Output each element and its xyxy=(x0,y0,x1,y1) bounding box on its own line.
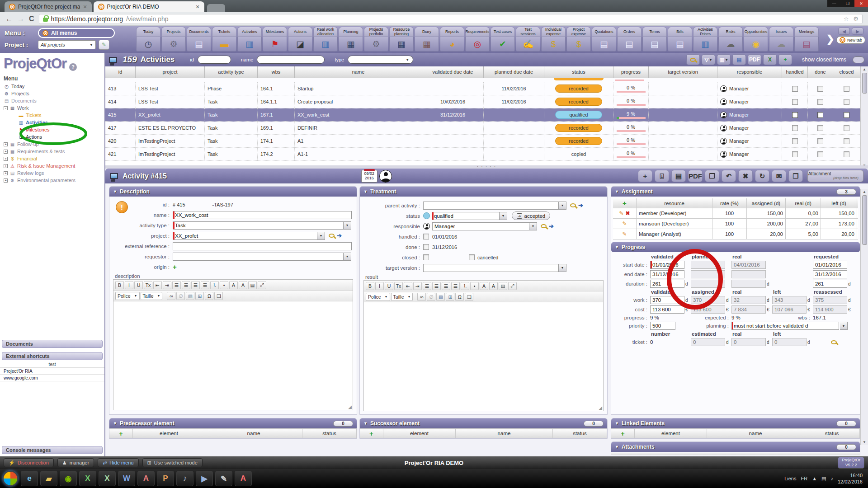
done-checkbox[interactable] xyxy=(423,244,429,250)
col-done[interactable]: done xyxy=(808,66,833,78)
sidebar-item-review-logs[interactable]: + ▤ Review logs xyxy=(0,169,104,177)
pdf-button[interactable]: PDF xyxy=(748,54,761,65)
assignment-row[interactable]: ✎ mansouri (Developer) 100 200,00 27,00 … xyxy=(613,219,858,229)
chevron-down-icon[interactable]: ▼ xyxy=(559,264,566,272)
toolbar-tab-today[interactable]: Today ◷ xyxy=(136,27,161,52)
done-checkbox[interactable] xyxy=(817,138,823,144)
toolbar-tab-individual-expense[interactable]: Individual expense $ xyxy=(541,27,566,52)
search-button[interactable] xyxy=(686,54,700,65)
cost-validated[interactable]: 113 600 xyxy=(650,305,684,314)
print-button[interactable]: ▤ xyxy=(732,54,746,65)
shortcut-google[interactable]: www.google.com xyxy=(0,375,104,381)
table-button[interactable]: ⊞ xyxy=(195,292,204,300)
tray-expand-icon[interactable]: ▲ xyxy=(812,476,817,481)
sidebar-shortcuts-header[interactable]: External shortcuts xyxy=(2,352,103,360)
taskbar-media[interactable]: ▶ xyxy=(196,471,213,486)
taskbar-excel[interactable]: X xyxy=(79,471,96,486)
undo-button[interactable]: ↶ xyxy=(722,170,736,182)
sidebar-item-risk-issue-management[interactable]: + ⚠ Risk & Issue Management xyxy=(0,162,104,169)
align-right-button[interactable]: ☰ xyxy=(442,282,450,290)
unlink-button[interactable]: ∅ xyxy=(427,293,435,301)
responsible-select[interactable]: Manager xyxy=(432,222,529,230)
close-tab-icon[interactable]: ✕ xyxy=(83,4,87,10)
toolbar-tab-projects-portfolio[interactable]: Projects portfolio ⚙ xyxy=(363,27,389,52)
table-row[interactable]: 420 ImTestingProject Task 174.1 A1 recor… xyxy=(105,135,868,148)
filter-id-input[interactable] xyxy=(198,56,231,64)
taskbar-explorer[interactable]: ▰ xyxy=(40,471,57,486)
sidebar-item-actions[interactable]: ◪ Actions xyxy=(0,133,104,141)
requestor-select[interactable] xyxy=(173,253,344,261)
col-wbs[interactable]: wbs xyxy=(258,66,295,78)
chevron-down-icon[interactable]: ▼ xyxy=(344,221,351,230)
user-button[interactable]: ♟ manager xyxy=(57,458,94,467)
chevron-down-icon[interactable]: ▼ xyxy=(840,322,848,330)
print-button[interactable]: ▤ xyxy=(671,170,686,182)
bullet-list-button[interactable]: • xyxy=(220,281,228,289)
col-handled[interactable]: handled xyxy=(782,66,808,78)
outdent-button[interactable]: ⇤ xyxy=(404,282,412,290)
taskbar-access[interactable]: A xyxy=(137,471,155,486)
start-date-requested[interactable]: 01/01/2016 xyxy=(813,261,847,269)
page-scrollbar[interactable]: ▲ ▼ xyxy=(860,189,868,445)
edit-icon[interactable]: ✎ xyxy=(619,210,623,216)
col-id[interactable]: id xyxy=(105,66,136,78)
add-activity-button[interactable]: + xyxy=(638,170,652,182)
closed-checkbox[interactable] xyxy=(844,125,849,131)
expander-icon[interactable]: + xyxy=(4,178,8,183)
table-row[interactable]: 414 LSS Test Task 164.1.1 Create proposa… xyxy=(105,95,868,108)
sidebar-item-documents[interactable]: ▤ Documents xyxy=(0,97,104,104)
goto-icon[interactable]: ➔ xyxy=(578,202,583,209)
expander-icon[interactable]: + xyxy=(4,171,8,175)
closed-checkbox[interactable] xyxy=(423,254,429,260)
sidebar-item-activities[interactable]: ▥ Activities xyxy=(0,119,104,126)
taskbar-chrome[interactable]: ◉ xyxy=(60,471,77,486)
underline-button[interactable]: U xyxy=(134,281,143,289)
scroll-up-icon[interactable]: ▲ xyxy=(863,67,866,71)
assignment-row[interactable]: ✎ Manager (Analyst) 100 20,00 5,00 20,00 xyxy=(613,229,858,239)
settings-icon[interactable]: ⚙ xyxy=(853,15,859,22)
taskbar-excel-2[interactable]: X xyxy=(99,471,116,486)
col-responsible[interactable]: responsible xyxy=(717,66,782,78)
done-checkbox[interactable] xyxy=(817,86,823,92)
col-project[interactable]: project xyxy=(136,66,205,78)
resize-handle-icon[interactable]: ◢ xyxy=(348,404,352,409)
external-reference-field[interactable] xyxy=(173,242,352,250)
assignment-row[interactable]: ✎✖ member (Developer) 100 150,00 0,00 15… xyxy=(613,208,858,219)
tray-display-icon[interactable]: ▤ xyxy=(821,476,826,482)
tray-language[interactable]: FR xyxy=(801,476,807,481)
cancelled-checkbox[interactable] xyxy=(469,254,475,260)
goto-icon[interactable]: ➔ xyxy=(337,232,342,239)
edit-icon[interactable]: ✎ xyxy=(622,221,627,227)
closed-checkbox[interactable] xyxy=(844,99,849,105)
refresh-button[interactable]: ↻ xyxy=(755,170,769,182)
ordered-list-button[interactable]: ⒈ xyxy=(210,281,219,289)
sidebar-item-environmental-parameters[interactable]: + ⚙ Environmental parameters xyxy=(0,177,104,184)
add-predecessor-icon[interactable]: + xyxy=(119,430,123,437)
columns-button[interactable]: ▥ ▼ xyxy=(717,54,731,65)
align-left-button[interactable]: ☰ xyxy=(423,282,431,290)
sidebar-item-financial[interactable]: + $ Financial xyxy=(0,155,104,162)
copy-button[interactable]: ❐ xyxy=(705,170,719,182)
tray-volume-icon[interactable]: ♪ xyxy=(830,476,833,481)
toolbar-tab-projects[interactable]: Projects ⚙ xyxy=(161,27,186,52)
chevron-down-icon[interactable]: ▼ xyxy=(344,253,351,261)
link-button[interactable]: ∞ xyxy=(417,293,426,301)
sidebar-item-today[interactable]: ◷ Today xyxy=(0,83,104,90)
filter-button[interactable]: ▽ ▼ xyxy=(702,54,715,65)
bold-button[interactable]: B xyxy=(366,282,374,290)
minimize-button[interactable]: — xyxy=(827,0,841,7)
handled-checkbox[interactable] xyxy=(792,138,798,144)
start-button[interactable] xyxy=(3,471,18,486)
paste-button[interactable]: ❏ xyxy=(465,293,473,301)
special-char-button[interactable]: Ω xyxy=(205,292,213,300)
add-assignment-icon[interactable]: + xyxy=(623,199,627,207)
sidebar-item-work[interactable]: - ▦ Work xyxy=(0,104,104,112)
size-select[interactable]: Taille▼ xyxy=(391,293,413,301)
toolbar-tab-test-cases[interactable]: Test cases ✔ xyxy=(490,27,515,52)
scrollbar-thumb[interactable] xyxy=(862,195,867,245)
duration-validated[interactable]: 261 xyxy=(650,280,684,288)
chevron-down-icon[interactable]: ▼ xyxy=(500,212,507,220)
align-center-button[interactable]: ☰ xyxy=(182,281,190,289)
magnifier-icon[interactable] xyxy=(329,234,335,238)
font-select[interactable]: Police▼ xyxy=(115,292,140,300)
